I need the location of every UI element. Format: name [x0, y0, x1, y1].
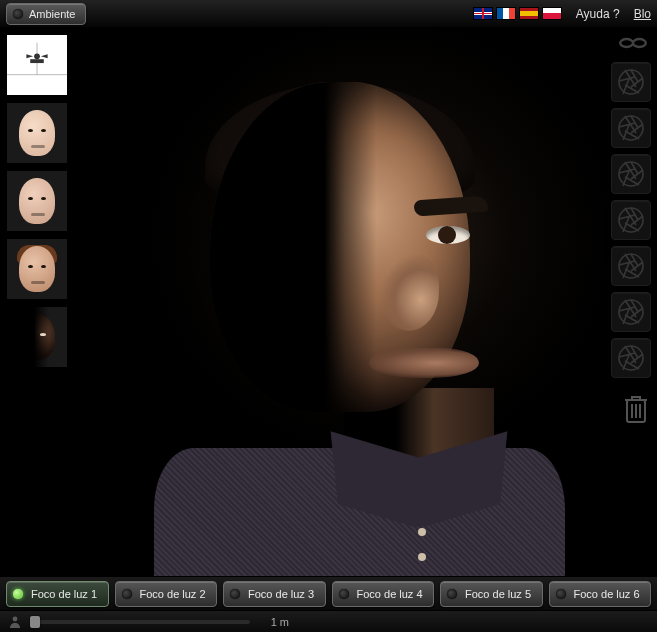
svg-rect-4: [30, 59, 44, 63]
svg-point-8: [619, 116, 643, 140]
aperture-slot-1[interactable]: [611, 62, 651, 102]
flag-es-icon[interactable]: [519, 7, 539, 20]
svg-point-13: [619, 346, 643, 370]
distance-slider[interactable]: [30, 620, 250, 624]
light-label: Foco de luz 2: [140, 588, 206, 600]
light-button-3[interactable]: Foco de luz 3: [223, 581, 326, 607]
svg-point-18: [13, 616, 18, 621]
thumbnail-model-3[interactable]: [6, 238, 68, 300]
svg-point-6: [633, 39, 646, 47]
main-area: [0, 28, 657, 576]
svg-point-10: [619, 208, 643, 232]
render-viewport[interactable]: [74, 28, 605, 576]
light-indicator-icon: [447, 589, 457, 599]
aperture-slot-5[interactable]: [611, 246, 651, 286]
thumbnail-diagram[interactable]: [6, 34, 68, 96]
flag-uk-icon[interactable]: [473, 7, 493, 20]
thumbnail-column: [0, 28, 74, 576]
light-indicator-icon: [230, 589, 240, 599]
light-label: Foco de luz 3: [248, 588, 314, 600]
light-indicator-icon: [339, 589, 349, 599]
aperture-slot-2[interactable]: [611, 108, 651, 148]
light-label: Foco de luz 5: [465, 588, 531, 600]
light-indicator-icon: [13, 589, 23, 599]
lights-row: Foco de luz 1Foco de luz 2Foco de luz 3F…: [0, 576, 657, 610]
thumbnail-model-1[interactable]: [6, 102, 68, 164]
svg-point-9: [619, 162, 643, 186]
svg-point-5: [620, 39, 633, 47]
slider-knob[interactable]: [30, 616, 40, 628]
top-right-group: Ayuda ? Blo: [473, 7, 651, 21]
distance-label: 1 m: [271, 616, 289, 628]
right-tool-column: [605, 28, 657, 576]
svg-point-11: [619, 254, 643, 278]
portrait-render: [74, 28, 605, 576]
ambient-label: Ambiente: [29, 8, 75, 20]
light-button-2[interactable]: Foco de luz 2: [115, 581, 218, 607]
trash-icon[interactable]: [621, 392, 651, 426]
light-label: Foco de luz 1: [31, 588, 97, 600]
light-button-6[interactable]: Foco de luz 6: [549, 581, 652, 607]
aperture-slot-6[interactable]: [611, 292, 651, 332]
svg-point-3: [34, 53, 40, 59]
light-label: Foco de luz 4: [357, 588, 423, 600]
svg-point-12: [619, 300, 643, 324]
light-button-5[interactable]: Foco de luz 5: [440, 581, 543, 607]
language-flags: [473, 7, 562, 20]
aperture-slot-3[interactable]: [611, 154, 651, 194]
light-indicator-icon: [556, 589, 566, 599]
flag-fr-icon[interactable]: [496, 7, 516, 20]
flag-pl-icon[interactable]: [542, 7, 562, 20]
svg-point-7: [619, 70, 643, 94]
link-icon[interactable]: [615, 34, 651, 52]
thumbnail-model-4[interactable]: [6, 306, 68, 368]
footer-bar: 1 m: [0, 610, 657, 632]
aperture-slot-4[interactable]: [611, 200, 651, 240]
light-button-4[interactable]: Foco de luz 4: [332, 581, 435, 607]
light-indicator-icon: [122, 589, 132, 599]
app-root: Ambiente Ayuda ? Blo: [0, 0, 657, 632]
ambient-button[interactable]: Ambiente: [6, 3, 86, 25]
blog-link[interactable]: Blo: [634, 7, 651, 21]
help-link[interactable]: Ayuda ?: [576, 7, 620, 21]
light-label: Foco de luz 6: [574, 588, 640, 600]
aperture-slot-7[interactable]: [611, 338, 651, 378]
ambient-indicator-icon: [13, 9, 23, 19]
light-button-1[interactable]: Foco de luz 1: [6, 581, 109, 607]
top-bar: Ambiente Ayuda ? Blo: [0, 0, 657, 28]
person-icon: [8, 615, 22, 629]
thumbnail-model-2[interactable]: [6, 170, 68, 232]
